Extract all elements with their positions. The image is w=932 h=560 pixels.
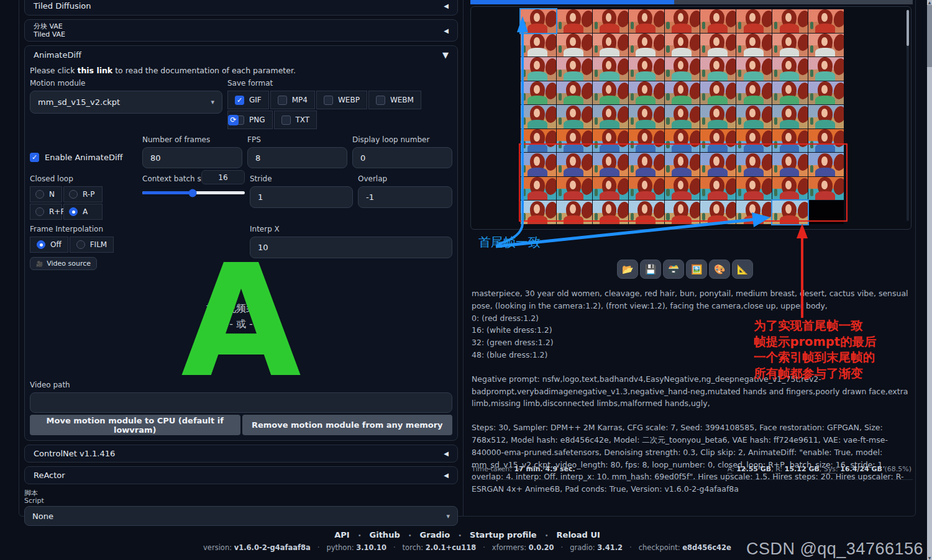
gallery-frame[interactable] (593, 201, 628, 224)
open-folder-button[interactable]: 📂 (617, 260, 638, 279)
gallery-frame[interactable] (557, 201, 592, 224)
send-to-inpaint-button[interactable]: 🎨 (709, 260, 730, 279)
display-loop-number-input[interactable]: 0 (352, 147, 452, 168)
gallery-frame[interactable] (629, 177, 664, 201)
save-format-webm[interactable]: WEBM (368, 91, 421, 109)
gallery-frame[interactable] (808, 105, 844, 129)
gallery-frame[interactable] (521, 105, 556, 129)
enable-animatediff-checkbox[interactable]: ✓ Enable AnimateDiff (30, 147, 137, 168)
gallery-frame[interactable] (700, 34, 736, 57)
gallery-frame[interactable] (772, 34, 808, 57)
gallery-frame[interactable] (736, 201, 772, 224)
gallery-frame[interactable] (665, 177, 700, 201)
gallery-frame[interactable] (736, 153, 772, 176)
gallery-frame[interactable] (808, 201, 844, 224)
gallery-frame[interactable] (808, 153, 844, 176)
gallery-frame[interactable] (772, 57, 808, 81)
slider-handle[interactable] (188, 189, 196, 197)
gallery-frame[interactable] (808, 129, 844, 153)
gallery-frame[interactable] (700, 9, 736, 33)
closed-loop-option-r-p[interactable]: R-P (63, 186, 103, 202)
gallery-frame[interactable] (665, 153, 700, 176)
gallery-frame[interactable] (665, 105, 700, 129)
gallery-frame[interactable] (665, 9, 700, 33)
gallery-frame[interactable] (629, 153, 664, 176)
frame-interpolation-radio-film[interactable] (76, 240, 85, 249)
script-dropdown[interactable]: None ▾ (24, 506, 458, 526)
gallery-frame[interactable] (736, 105, 772, 129)
gallery-frame[interactable] (772, 105, 808, 129)
checkbox-webp[interactable] (324, 96, 333, 105)
gallery-frame[interactable] (772, 177, 808, 201)
closed-loop-option-n[interactable]: N (30, 186, 62, 202)
gallery-frame[interactable] (736, 34, 772, 57)
gallery-frame[interactable] (700, 57, 736, 81)
gallery-scrollbar-thumb[interactable] (907, 10, 909, 46)
closed-loop-option-a[interactable]: A (63, 204, 103, 220)
footer-link-github[interactable]: Github (370, 530, 400, 540)
doc-link[interactable]: this link (77, 66, 112, 75)
gallery-frame[interactable] (593, 81, 628, 105)
gallery-frame[interactable] (808, 57, 844, 81)
gallery-frame[interactable] (772, 201, 808, 224)
gallery-frame[interactable] (557, 81, 592, 105)
accordion-tiled-diffusion[interactable]: Tiled Diffusion ◀ (24, 0, 458, 16)
video-path-input[interactable] (30, 392, 452, 413)
footer-link-reload-ui[interactable]: Reload UI (557, 530, 600, 540)
gallery-frame[interactable] (629, 201, 664, 224)
frame-interpolation-option-off[interactable]: Off (30, 237, 68, 253)
gallery-frame[interactable] (593, 105, 628, 129)
remove-motion-module-button[interactable]: Remove motion module from any memory (242, 415, 453, 435)
gallery-scrollbar[interactable] (907, 10, 909, 221)
gallery-frame[interactable] (557, 57, 592, 81)
page-scrollbar-thumb[interactable] (927, 5, 932, 67)
gallery-frame[interactable] (700, 177, 736, 201)
accordion-reactor[interactable]: ReActor ◀ (24, 466, 458, 484)
gallery-frame[interactable] (593, 129, 628, 153)
gallery-frame[interactable] (557, 105, 592, 129)
gallery-frame[interactable] (665, 201, 700, 224)
gallery-frame[interactable] (629, 57, 664, 81)
gallery-frame[interactable] (736, 9, 772, 33)
gallery-frame[interactable] (736, 57, 772, 81)
save-format-txt[interactable]: TXT (274, 111, 318, 129)
gallery-frame[interactable] (665, 129, 700, 153)
closed-loop-radio-n[interactable] (35, 190, 44, 199)
scroll-down-icon[interactable]: ▼ (927, 556, 932, 560)
save-format-webp[interactable]: WEBP (316, 91, 367, 109)
footer-link-startup-profile[interactable]: Startup profile (470, 530, 537, 540)
gallery-frame[interactable] (557, 129, 592, 153)
gallery-frame[interactable] (808, 9, 844, 33)
footer-link-api[interactable]: API (334, 530, 349, 540)
gallery-frame[interactable] (772, 129, 808, 153)
gallery-frame[interactable] (772, 153, 808, 176)
closed-loop-radio-r+p[interactable] (35, 207, 44, 216)
gallery-frame[interactable] (700, 105, 736, 129)
gallery-frame[interactable] (521, 34, 556, 57)
gallery-frame[interactable] (521, 9, 556, 33)
closed-loop-radio-r-p[interactable] (69, 190, 78, 199)
context-batch-size-slider[interactable] (142, 191, 245, 194)
gallery-frame[interactable] (808, 81, 844, 105)
accordion-controlnet[interactable]: ControlNet v1.1.416 ◀ (24, 445, 458, 463)
gallery-frame[interactable] (557, 153, 592, 176)
gallery-frame[interactable] (593, 9, 628, 33)
checkbox-mp4[interactable] (278, 96, 287, 105)
checkbox-txt[interactable] (281, 115, 291, 125)
stride-input[interactable]: 1 (250, 186, 353, 208)
checkbox-webm[interactable] (376, 96, 385, 105)
gallery-frame[interactable] (772, 81, 808, 105)
gallery-frame[interactable] (629, 81, 664, 105)
save-format-gif[interactable]: ✓GIF (227, 91, 269, 109)
checkbox-gif[interactable]: ✓ (235, 96, 244, 105)
gallery-frame[interactable] (593, 57, 628, 81)
motion-module-dropdown[interactable]: mm_sd_v15_v2.ckpt ▾ (30, 91, 222, 114)
closed-loop-option-r+p[interactable]: R+P (30, 204, 62, 220)
gallery-frame[interactable] (557, 177, 592, 201)
save-format-mp4[interactable]: MP4 (270, 91, 315, 109)
gallery-frame[interactable] (665, 34, 700, 57)
gallery-frame[interactable] (593, 177, 628, 201)
gallery-frame[interactable] (665, 57, 700, 81)
fps-input[interactable]: 8 (247, 147, 347, 168)
gallery-frame[interactable] (629, 9, 664, 33)
